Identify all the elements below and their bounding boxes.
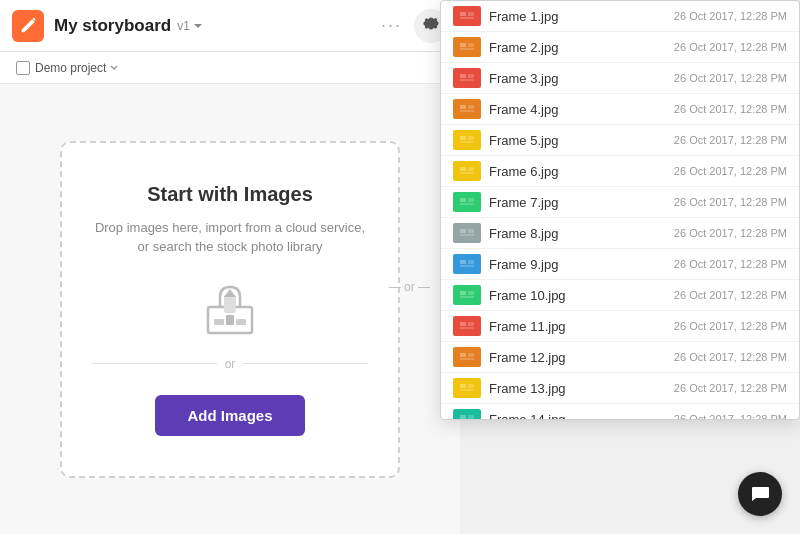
thumbnail-icon bbox=[459, 104, 475, 114]
svg-rect-11 bbox=[460, 43, 466, 47]
file-thumbnail bbox=[453, 223, 481, 243]
file-date: 26 Oct 2017, 12:28 PM bbox=[674, 413, 787, 419]
file-thumbnail bbox=[453, 254, 481, 274]
file-name: Frame 9.jpg bbox=[489, 257, 674, 272]
svg-marker-2 bbox=[224, 289, 236, 297]
file-thumbnail bbox=[453, 285, 481, 305]
file-list-item[interactable]: Frame 6.jpg 26 Oct 2017, 12:28 PM bbox=[441, 156, 799, 187]
svg-rect-5 bbox=[236, 319, 246, 325]
drop-zone-description: Drop images here, import from a cloud se… bbox=[92, 218, 368, 257]
pencil-icon bbox=[19, 17, 37, 35]
thumbnail-icon bbox=[459, 352, 475, 362]
file-thumbnail bbox=[453, 161, 481, 181]
upload-icon bbox=[200, 277, 260, 337]
version-label[interactable]: v1 bbox=[177, 19, 204, 33]
svg-rect-4 bbox=[214, 319, 224, 325]
file-list-item[interactable]: Frame 12.jpg 26 Oct 2017, 12:28 PM bbox=[441, 342, 799, 373]
svg-rect-31 bbox=[460, 198, 466, 202]
svg-rect-55 bbox=[460, 384, 466, 388]
file-date: 26 Oct 2017, 12:28 PM bbox=[674, 227, 787, 239]
project-name[interactable]: Demo project bbox=[35, 61, 106, 75]
svg-rect-25 bbox=[460, 141, 474, 143]
file-list-item[interactable]: Frame 11.jpg 26 Oct 2017, 12:28 PM bbox=[441, 311, 799, 342]
svg-rect-36 bbox=[468, 229, 474, 233]
file-name: Frame 13.jpg bbox=[489, 381, 674, 396]
file-list-item[interactable]: Frame 1.jpg 26 Oct 2017, 12:28 PM bbox=[441, 1, 799, 32]
file-name: Frame 3.jpg bbox=[489, 71, 674, 86]
thumbnail-icon bbox=[459, 197, 475, 207]
project-chevron-icon[interactable] bbox=[109, 59, 119, 77]
chat-icon bbox=[750, 484, 770, 504]
svg-rect-29 bbox=[460, 172, 474, 174]
file-list-item[interactable]: Frame 5.jpg 26 Oct 2017, 12:28 PM bbox=[441, 125, 799, 156]
file-list: Frame 1.jpg 26 Oct 2017, 12:28 PM Frame … bbox=[441, 1, 799, 419]
svg-rect-33 bbox=[460, 203, 474, 205]
file-name: Frame 7.jpg bbox=[489, 195, 674, 210]
svg-rect-7 bbox=[460, 12, 466, 16]
storyboard-title: My storyboard bbox=[54, 16, 171, 36]
svg-rect-45 bbox=[460, 296, 474, 298]
project-subheader: Demo project bbox=[0, 52, 460, 84]
svg-rect-60 bbox=[468, 415, 474, 419]
project-folder-icon bbox=[16, 61, 30, 75]
svg-rect-17 bbox=[460, 79, 474, 81]
thumbnail-icon bbox=[459, 259, 475, 269]
file-list-item[interactable]: Frame 7.jpg 26 Oct 2017, 12:28 PM bbox=[441, 187, 799, 218]
svg-rect-40 bbox=[468, 260, 474, 264]
svg-rect-43 bbox=[460, 291, 466, 295]
thumbnail-icon bbox=[459, 321, 475, 331]
file-list-item[interactable]: Frame 10.jpg 26 Oct 2017, 12:28 PM bbox=[441, 280, 799, 311]
file-list-item[interactable]: Frame 9.jpg 26 Oct 2017, 12:28 PM bbox=[441, 249, 799, 280]
file-list-item[interactable]: Frame 13.jpg 26 Oct 2017, 12:28 PM bbox=[441, 373, 799, 404]
svg-rect-12 bbox=[468, 43, 474, 47]
svg-rect-53 bbox=[460, 358, 474, 360]
svg-rect-9 bbox=[460, 17, 474, 19]
file-date: 26 Oct 2017, 12:28 PM bbox=[674, 196, 787, 208]
chat-button[interactable] bbox=[738, 472, 782, 516]
svg-rect-51 bbox=[460, 353, 466, 357]
file-date: 26 Oct 2017, 12:28 PM bbox=[674, 103, 787, 115]
file-date: 26 Oct 2017, 12:28 PM bbox=[674, 258, 787, 270]
svg-rect-37 bbox=[460, 234, 474, 236]
thumbnail-icon bbox=[459, 42, 475, 52]
file-list-item[interactable]: Frame 14.jpg 26 Oct 2017, 12:28 PM bbox=[441, 404, 799, 419]
drop-zone[interactable]: Start with Images Drop images here, impo… bbox=[60, 141, 400, 478]
add-images-button[interactable]: Add Images bbox=[155, 395, 304, 436]
file-date: 26 Oct 2017, 12:28 PM bbox=[674, 72, 787, 84]
app-logo bbox=[12, 10, 44, 42]
svg-rect-48 bbox=[468, 322, 474, 326]
file-thumbnail bbox=[453, 316, 481, 336]
file-thumbnail bbox=[453, 409, 481, 419]
svg-rect-21 bbox=[460, 110, 474, 112]
file-date: 26 Oct 2017, 12:28 PM bbox=[674, 289, 787, 301]
thumbnail-icon bbox=[459, 228, 475, 238]
file-date: 26 Oct 2017, 12:28 PM bbox=[674, 382, 787, 394]
svg-rect-8 bbox=[468, 12, 474, 16]
file-thumbnail bbox=[453, 99, 481, 119]
file-name: Frame 6.jpg bbox=[489, 164, 674, 179]
app-header: My storyboard v1 ··· bbox=[0, 0, 460, 52]
svg-rect-3 bbox=[226, 315, 234, 325]
file-thumbnail bbox=[453, 378, 481, 398]
thumbnail-icon bbox=[459, 73, 475, 83]
more-options-button[interactable]: ··· bbox=[381, 15, 402, 36]
file-picker-panel: Frame 1.jpg 26 Oct 2017, 12:28 PM Frame … bbox=[440, 0, 800, 420]
file-thumbnail bbox=[453, 347, 481, 367]
file-name: Frame 11.jpg bbox=[489, 319, 674, 334]
svg-rect-32 bbox=[468, 198, 474, 202]
file-date: 26 Oct 2017, 12:28 PM bbox=[674, 165, 787, 177]
svg-rect-20 bbox=[468, 105, 474, 109]
file-list-item[interactable]: Frame 2.jpg 26 Oct 2017, 12:28 PM bbox=[441, 32, 799, 63]
file-list-item[interactable]: Frame 3.jpg 26 Oct 2017, 12:28 PM bbox=[441, 63, 799, 94]
file-thumbnail bbox=[453, 68, 481, 88]
file-list-item[interactable]: Frame 4.jpg 26 Oct 2017, 12:28 PM bbox=[441, 94, 799, 125]
svg-rect-27 bbox=[460, 167, 466, 171]
svg-rect-47 bbox=[460, 322, 466, 326]
file-date: 26 Oct 2017, 12:28 PM bbox=[674, 351, 787, 363]
thumbnail-icon bbox=[459, 383, 475, 393]
file-date: 26 Oct 2017, 12:28 PM bbox=[674, 41, 787, 53]
file-list-item[interactable]: Frame 8.jpg 26 Oct 2017, 12:28 PM bbox=[441, 218, 799, 249]
main-content: Start with Images Drop images here, impo… bbox=[0, 84, 460, 534]
svg-rect-35 bbox=[460, 229, 466, 233]
file-thumbnail bbox=[453, 192, 481, 212]
